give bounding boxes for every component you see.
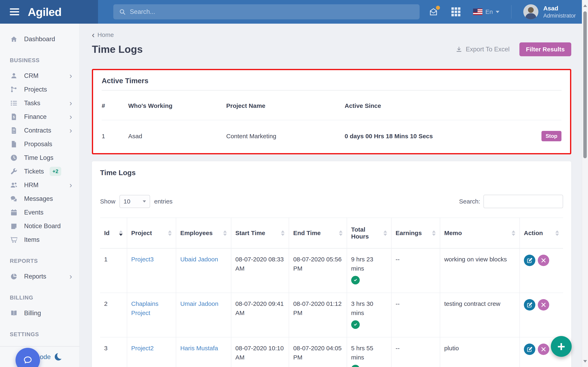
sidebar-item-label: Events bbox=[24, 209, 43, 216]
sidebar-item-projects[interactable]: Projects bbox=[0, 83, 79, 96]
delete-button[interactable] bbox=[538, 299, 549, 310]
breadcrumb-home[interactable]: Home bbox=[97, 31, 114, 38]
moon-icon[interactable] bbox=[55, 353, 62, 360]
sidebar-item-tasks[interactable]: Tasks› bbox=[0, 96, 79, 110]
sort-icon bbox=[555, 230, 559, 236]
table-header-row: IdProjectEmployeesStart TimeEnd TimeTota… bbox=[100, 218, 563, 248]
user-menu[interactable]: Asad Administrator bbox=[523, 4, 576, 19]
sidebar-item-label: Items bbox=[24, 236, 40, 243]
page-size-select[interactable]: 10 bbox=[120, 195, 150, 208]
topbar-main: En Asad Administrator bbox=[98, 0, 582, 24]
column-header-end-time[interactable]: End Time bbox=[289, 218, 347, 248]
us-flag-icon bbox=[473, 8, 483, 15]
language-selector[interactable]: En bbox=[473, 8, 499, 15]
column-header-start-time[interactable]: Start Time bbox=[231, 218, 289, 248]
column-header-action[interactable]: Action bbox=[520, 218, 563, 248]
sidebar-item-crm[interactable]: CRM› bbox=[0, 69, 79, 83]
sidebar-item-proposals[interactable]: Proposals bbox=[0, 137, 79, 151]
active-timers-header-row: # Who's Working Project Name Active Sinc… bbox=[102, 102, 562, 109]
sidebar-item-tickets[interactable]: Tickets+2 bbox=[0, 165, 79, 178]
search-input[interactable] bbox=[130, 8, 414, 16]
app-window: Agiled En bbox=[0, 0, 588, 367]
sidebar-item-items[interactable]: Items bbox=[0, 233, 79, 247]
sidebar-item-notice-board[interactable]: Notice Board bbox=[0, 219, 79, 233]
home-icon bbox=[10, 35, 18, 43]
cell-project: Project3 bbox=[127, 248, 176, 293]
main-content: ‹ Home Time Logs Export To Excel Filter … bbox=[80, 24, 582, 367]
cell-employee: Haris Mustafa bbox=[176, 337, 231, 367]
sort-icon bbox=[339, 230, 343, 236]
export-to-excel-button[interactable]: Export To Excel bbox=[456, 46, 510, 53]
sidebar-item-label: Finance bbox=[24, 113, 47, 120]
scroll-thumb[interactable] bbox=[583, 11, 587, 158]
entries-label: entries bbox=[154, 198, 173, 205]
breadcrumb[interactable]: ‹ Home bbox=[92, 31, 114, 38]
scroll-up-arrow[interactable] bbox=[583, 4, 587, 7]
hamburger-menu-icon[interactable] bbox=[10, 8, 19, 15]
column-header-memo[interactable]: Memo bbox=[440, 218, 520, 248]
employee-link[interactable]: Ubaid Jadoon bbox=[180, 256, 218, 263]
sidebar-item-events[interactable]: Events bbox=[0, 206, 79, 219]
scroll-down-arrow[interactable] bbox=[583, 360, 587, 363]
stop-timer-button[interactable]: Stop bbox=[541, 131, 562, 141]
delete-button[interactable] bbox=[538, 255, 549, 266]
project-link[interactable]: Project3 bbox=[131, 256, 154, 263]
sort-icon bbox=[432, 230, 436, 236]
edit-button[interactable] bbox=[524, 299, 535, 310]
employee-link[interactable]: Haris Mustafa bbox=[180, 345, 218, 351]
cell-total-hours: 9 hrs 23 mins bbox=[347, 248, 391, 293]
inbox-notification-icon[interactable] bbox=[428, 7, 439, 17]
approved-check-icon bbox=[351, 320, 360, 329]
cell-end-time: 08-07-2020 04:05 PM bbox=[289, 337, 347, 367]
chevron-right-icon: › bbox=[69, 99, 72, 107]
column-header-id[interactable]: Id bbox=[100, 218, 127, 248]
sidebar-item-dashboard[interactable]: Dashboard bbox=[0, 32, 79, 46]
table-search-input[interactable] bbox=[484, 195, 563, 208]
cell-id: 3 bbox=[100, 337, 127, 367]
brand-logo[interactable]: Agiled bbox=[28, 5, 61, 18]
page-title: Time Logs bbox=[92, 43, 143, 55]
vertical-scrollbar[interactable] bbox=[582, 0, 588, 367]
show-label: Show bbox=[100, 198, 115, 205]
cell-end-time: 08-07-2020 01:12 PM bbox=[289, 293, 347, 337]
edit-button[interactable] bbox=[524, 343, 535, 355]
global-search[interactable] bbox=[113, 4, 420, 19]
project-diagram-icon bbox=[10, 85, 18, 94]
column-header-employees[interactable]: Employees bbox=[176, 218, 231, 248]
sidebar-item-messages[interactable]: Messages bbox=[0, 192, 79, 206]
project-link[interactable]: Project2 bbox=[131, 345, 154, 351]
sidebar-item-reports[interactable]: Reports› bbox=[0, 269, 79, 283]
sidebar-item-hrm[interactable]: HRM› bbox=[0, 178, 79, 192]
sidebar-item-time-logs[interactable]: Time Logs bbox=[0, 151, 79, 165]
apps-grid-icon[interactable] bbox=[450, 7, 461, 17]
cell-employee: Umair Jadoon bbox=[176, 293, 231, 337]
sidebar-item-label: Notice Board bbox=[24, 222, 61, 230]
chevron-right-icon: › bbox=[69, 181, 72, 189]
sidebar-section-settings: SETTINGS bbox=[10, 331, 79, 338]
column-header-earnings[interactable]: Earnings bbox=[391, 218, 440, 248]
column-header-project[interactable]: Project bbox=[127, 218, 176, 248]
clipboard-icon bbox=[10, 222, 18, 230]
time-logs-title: Time Logs bbox=[100, 169, 563, 177]
employee-link[interactable]: Umair Jadoon bbox=[180, 300, 218, 307]
chevron-right-icon: › bbox=[69, 273, 72, 280]
column-header-label: Memo bbox=[444, 230, 462, 236]
column-header-total-hours[interactable]: Total Hours bbox=[347, 218, 391, 248]
sort-icon bbox=[383, 230, 387, 236]
cell-end-time: 08-07-2020 05:56 PM bbox=[289, 248, 347, 293]
filter-results-button[interactable]: Filter Results bbox=[519, 42, 571, 56]
cell-start-time: 08-07-2020 08:33 AM bbox=[231, 248, 289, 293]
cell-start-time: 08-07-2020 10:10 AM bbox=[231, 337, 289, 367]
total-hours-value: 9 hrs 23 mins bbox=[351, 256, 373, 272]
sidebar-item-contracts[interactable]: Contracts› bbox=[0, 124, 79, 137]
delete-button[interactable] bbox=[538, 343, 549, 355]
timer-who: Asad bbox=[128, 133, 226, 140]
add-time-log-button[interactable]: + bbox=[551, 336, 572, 357]
user-role: Administrator bbox=[543, 13, 576, 19]
project-link[interactable]: Chaplains Project bbox=[131, 300, 158, 316]
column-header-label: Project bbox=[131, 230, 152, 236]
sidebar-item-billing[interactable]: Billing bbox=[0, 306, 79, 320]
edit-button[interactable] bbox=[524, 255, 535, 266]
sidebar-item-finance[interactable]: $Finance› bbox=[0, 110, 79, 124]
chat-bubble-icon bbox=[21, 354, 34, 366]
